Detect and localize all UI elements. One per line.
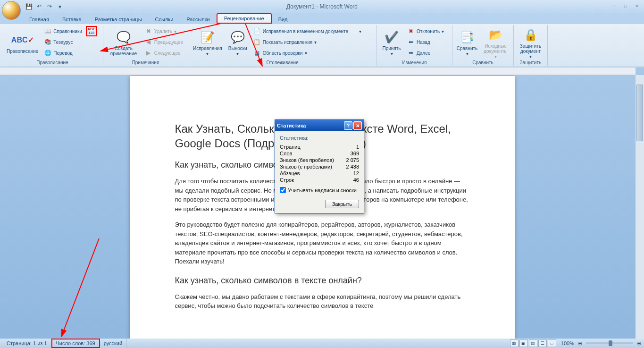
previous-change-button[interactable]: ⬅Назад	[405, 37, 446, 47]
balloons-button[interactable]: 💬 Выноски▾	[226, 26, 250, 60]
track-changes-button[interactable]: 📝 Исправления▾	[191, 26, 224, 60]
stat-row: Знаков (без пробелов)2 075	[280, 157, 359, 163]
ribbon-tabs: Главная Вставка Разметка страницы Ссылки…	[0, 13, 644, 24]
horizontal-ruler[interactable]	[0, 68, 636, 75]
tracking-group-label: Отслеживание	[188, 60, 376, 65]
zoom-slider-thumb[interactable]	[609, 340, 612, 346]
dialog-help-button[interactable]: ?	[344, 121, 352, 130]
next-comment-button: ▶Следующее	[143, 48, 185, 58]
reviewing-pane-button[interactable]: ▤Область проверки ▾	[251, 48, 363, 58]
redo-icon[interactable]: ↷	[45, 2, 54, 11]
office-button[interactable]	[2, 1, 21, 20]
next-change-button[interactable]: ➡Далее	[405, 48, 446, 58]
reviewing-pane-label: Область проверки	[263, 51, 303, 56]
status-language[interactable]: русский	[100, 339, 126, 348]
display-for-review-dropdown[interactable]: 📄Исправления в измененном документе ▾	[251, 26, 363, 36]
compare-button[interactable]: 📑 Сравнить▾	[455, 26, 479, 60]
back-label: Назад	[417, 40, 430, 45]
status-page[interactable]: Страница: 1 из 1	[3, 339, 51, 348]
word-count-button[interactable]: ABC123	[86, 26, 97, 36]
view-web-layout[interactable]: ▤	[529, 340, 537, 347]
maximize-button[interactable]: □	[620, 2, 631, 9]
view-full-screen[interactable]: ▣	[519, 340, 528, 347]
back-icon: ⬅	[407, 38, 415, 46]
save-icon[interactable]: 💾	[25, 2, 33, 11]
doc-paragraph-3[interactable]: Скажем честно, мы давно работаем с текст…	[175, 292, 469, 311]
research-button[interactable]: 📖Справочники	[42, 26, 84, 36]
thesaurus-button[interactable]: 📚Тезаурус	[42, 37, 84, 47]
stat-row: Страниц1	[280, 144, 359, 150]
new-comment-icon: 🗨️	[116, 30, 131, 45]
display-for-review-label: Исправления в измененном документе	[263, 29, 357, 34]
zoom-slider[interactable]	[586, 342, 633, 344]
accept-button[interactable]: ✔️ Принять▾	[380, 26, 403, 60]
reject-icon: ✖	[407, 27, 415, 35]
zoom-in-button[interactable]: ⊕	[637, 340, 641, 347]
view-print-layout[interactable]: ▦	[510, 340, 519, 347]
ribbon-group-proofing: ABC✓ Правописание 📖Справочники 📚Тезаурус…	[2, 25, 103, 66]
prev-icon: ◀	[145, 38, 152, 46]
protect-button[interactable]: 🔒 Защитить документ▾	[517, 26, 544, 60]
tab-mailings[interactable]: Рассылки	[180, 15, 216, 24]
minimize-button[interactable]: ─	[609, 2, 619, 9]
spelling-label: Правописание	[7, 49, 38, 54]
ribbon-group-compare: 📑 Сравнить▾ 📂 Исходные документы▾ Сравни…	[452, 25, 514, 66]
word-count-icon: ABC123	[88, 27, 95, 35]
new-comment-label: Создать примечание	[107, 46, 140, 56]
stat-value: 46	[353, 177, 359, 183]
word-count-dialog: Статистика ? ✕ Статистика: Страниц1Слов3…	[275, 119, 364, 213]
status-word-count[interactable]: Число слов: 369	[51, 339, 100, 348]
zoom-out-button[interactable]: ⊖	[578, 340, 582, 347]
include-textboxes-checkbox[interactable]: Учитывать надписи и сноски	[280, 187, 359, 193]
scroll-thumb[interactable]	[636, 85, 643, 141]
spelling-icon: ABC✓	[15, 33, 30, 48]
balloons-label: Выноски	[228, 46, 247, 51]
translate-button[interactable]: 🌐Перевод	[42, 48, 84, 58]
translate-icon: 🌐	[44, 49, 51, 57]
dialog-title-text: Статистика	[277, 123, 306, 128]
stat-row: Абзацев12	[280, 170, 359, 177]
dialog-close-ok-button[interactable]: Закрыть	[325, 200, 359, 208]
protect-group-label: Защитить	[514, 60, 547, 65]
tab-page-layout[interactable]: Разметка страницы	[88, 15, 149, 24]
delete-comment-button[interactable]: ✖Удалить ▾	[143, 26, 185, 36]
view-draft[interactable]: ▭	[548, 340, 556, 347]
tab-home[interactable]: Главная	[23, 15, 56, 24]
research-label: Справочники	[53, 29, 82, 34]
view-outline[interactable]: ☰	[538, 340, 547, 347]
dialog-titlebar[interactable]: Статистика ? ✕	[275, 120, 364, 131]
stat-value: 2 075	[346, 157, 359, 163]
track-changes-label: Исправления	[193, 46, 222, 51]
proofing-group-label: Правописание	[2, 60, 103, 65]
stat-value: 1	[356, 144, 359, 150]
accept-icon: ✔️	[384, 30, 399, 45]
tab-references[interactable]: Ссылки	[149, 15, 180, 24]
tab-view[interactable]: Вид	[272, 15, 294, 24]
qat-dropdown-icon[interactable]: ▾	[56, 2, 64, 11]
undo-icon[interactable]: ↶	[35, 2, 43, 11]
dialog-close-button[interactable]: ✕	[353, 121, 362, 130]
new-comment-button[interactable]: 🗨️ Создать примечание	[106, 26, 141, 60]
stat-value: 12	[353, 170, 359, 176]
stat-label: Страниц	[280, 144, 301, 150]
show-markup-button[interactable]: 📋Показать исправления ▾	[251, 37, 363, 47]
stat-label: Абзацев	[280, 170, 300, 176]
zoom-level[interactable]: 100%	[561, 340, 574, 346]
statistics-table: Страниц1Слов369Знаков (без пробелов)2 07…	[280, 144, 359, 183]
reject-button[interactable]: ✖Отклонить ▾	[405, 26, 446, 36]
balloons-icon: 💬	[230, 30, 245, 45]
compare-group-label: Сравнить	[452, 60, 513, 65]
delete-label: Удалить	[154, 29, 172, 34]
compare-label: Сравнить	[457, 46, 478, 51]
vertical-scrollbar[interactable]	[636, 75, 644, 339]
thesaurus-icon: 📚	[44, 38, 51, 46]
checkbox-input[interactable]	[280, 187, 286, 193]
doc-paragraph-2[interactable]: Это руководство будет полезно для копира…	[175, 220, 469, 266]
protect-label: Защитить документ	[519, 43, 543, 54]
markup-icon: 📋	[253, 38, 261, 46]
tab-insert[interactable]: Вставка	[56, 15, 88, 24]
close-button[interactable]: ✕	[632, 2, 642, 9]
tab-review[interactable]: Рецензирование	[217, 13, 272, 24]
doc-heading-2b[interactable]: Как узнать, сколько символов в тексте он…	[175, 276, 469, 286]
spelling-button[interactable]: ABC✓ Правописание	[5, 26, 40, 60]
